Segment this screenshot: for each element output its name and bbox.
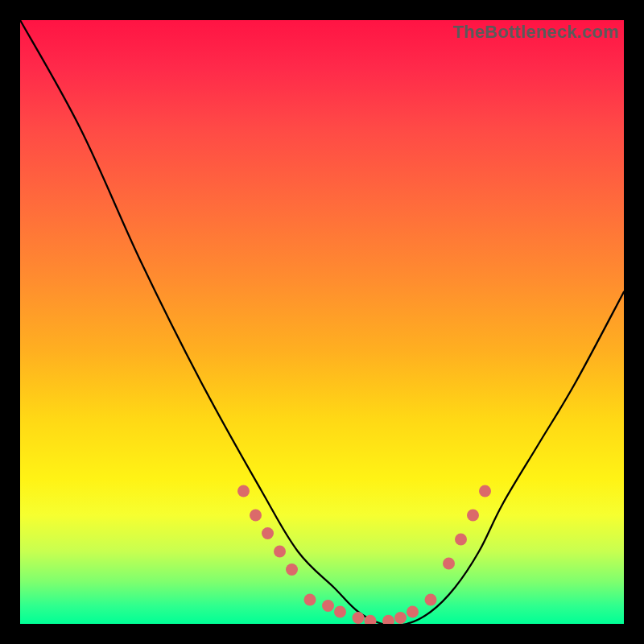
marker-point	[479, 485, 491, 497]
marker-point	[353, 612, 365, 624]
chart-frame: TheBottleneck.com	[20, 20, 624, 624]
marker-point	[425, 594, 437, 606]
bottleneck-curve-path	[20, 20, 624, 624]
marker-point	[274, 546, 286, 558]
marker-point	[334, 606, 346, 618]
marker-point	[407, 606, 419, 618]
marker-point	[250, 510, 262, 522]
marker-point	[304, 594, 316, 606]
marker-point	[286, 564, 298, 576]
bottleneck-chart	[20, 20, 624, 624]
marker-point	[443, 558, 455, 570]
marker-point	[394, 612, 407, 624]
marker-point	[382, 615, 394, 624]
marker-point	[237, 485, 250, 497]
marker-point	[455, 534, 467, 546]
marker-group	[237, 485, 491, 625]
marker-point	[262, 527, 274, 539]
marker-point	[322, 600, 334, 612]
marker-point	[467, 510, 479, 522]
